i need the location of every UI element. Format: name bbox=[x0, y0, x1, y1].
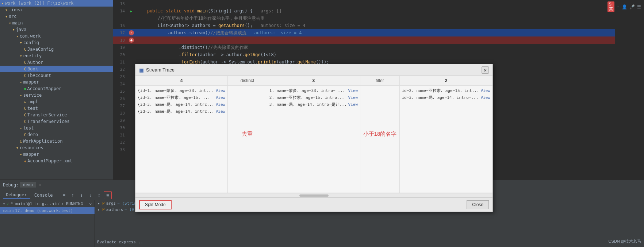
stream-col-3: 3 1, name=蒙多, age=33, intro=-... View 2,… bbox=[267, 76, 360, 193]
stream-item-text: 3, name=易, age=14, intro=是让... bbox=[269, 102, 347, 107]
stream-item-text: {id=1, name=蒙多, age=33, int... bbox=[138, 88, 213, 93]
tab-console[interactable]: Console bbox=[31, 192, 56, 198]
debug-btn-list[interactable]: ≡ bbox=[60, 191, 68, 199]
debug-btn-grid[interactable]: ⊞ bbox=[104, 191, 112, 199]
sidebar-item-accountmapper[interactable]: ● AccountMapper bbox=[0, 85, 113, 92]
view-link[interactable]: View bbox=[216, 95, 226, 100]
line-number: 27 bbox=[113, 104, 128, 108]
scrollbar-thumb[interactable] bbox=[299, 194, 329, 197]
stream-item[interactable]: {id=1, name=蒙多, age=33, int... View bbox=[136, 87, 227, 94]
sidebar-item-label: service bbox=[23, 93, 42, 98]
stream-item[interactable]: id=2, name=亚拉索, age=15, int... View bbox=[400, 87, 492, 94]
menu-icon[interactable]: ☰ bbox=[637, 4, 641, 9]
sidebar-item-label: config bbox=[23, 40, 39, 45]
stream-item[interactable]: 1, name=蒙多, age=33, intro=-... View bbox=[268, 87, 359, 94]
debug-frame-item[interactable]: main:17, demo (com.work.test) bbox=[0, 207, 95, 214]
sidebar-item-config[interactable]: ▾ config bbox=[0, 39, 113, 46]
stream-col-header-1: 4 bbox=[135, 76, 227, 86]
sidebar-item-comwork[interactable]: ▾ com.work bbox=[0, 33, 113, 39]
var-expand-icon[interactable]: ▸ bbox=[98, 208, 100, 212]
stream-item[interactable]: id=3, name=易, age=14, intro=... View bbox=[400, 94, 492, 101]
mic-icon[interactable]: 🎤 bbox=[629, 4, 635, 9]
frame-label: main:17, demo (com.work.test) bbox=[3, 208, 73, 213]
sidebar-item-mapper2[interactable]: ▾ mapper bbox=[0, 151, 113, 158]
view-link[interactable]: View bbox=[481, 88, 491, 93]
sidebar-item-workapplication[interactable]: C WorkApplication bbox=[0, 138, 113, 144]
view-link[interactable]: View bbox=[348, 88, 358, 93]
thread-expand-icon[interactable]: ▾ bbox=[3, 202, 5, 206]
stream-item[interactable]: {id=3, name=易, age=14, intrc... View bbox=[136, 108, 227, 115]
tab-close-icon[interactable]: ✕ bbox=[39, 183, 41, 187]
stream-item[interactable]: {id=2, name=亚拉索, age=15, ... View bbox=[136, 94, 227, 101]
folder-icon: ▾ bbox=[16, 34, 19, 39]
debug-btn-step-out[interactable]: ⇓ bbox=[86, 191, 94, 199]
stream-item-text: 2, name=亚拉索, age=15, intro... bbox=[269, 95, 344, 100]
view-link[interactable]: View bbox=[216, 102, 226, 107]
tab-debugger[interactable]: Debugger bbox=[3, 192, 30, 199]
right-icons-area: S英 · 👤 🎤 ☰ bbox=[615, 0, 644, 180]
sidebar-item-test-c[interactable]: C test bbox=[0, 105, 113, 112]
stream-trace-dialog[interactable]: ▣ Stream Trace ✕ 4 {id=1, name=蒙多, age=3… bbox=[135, 64, 493, 212]
sidebar-item-test-folder[interactable]: ▾ test bbox=[0, 125, 113, 131]
folder-icon: ▾ bbox=[20, 152, 22, 157]
sidebar-item-accountmapper-xml[interactable]: ◈ AccountMapper.xml bbox=[0, 158, 113, 164]
debug-btn-down[interactable]: ↓ bbox=[77, 191, 85, 199]
sidebar-item-label: AccountMapper bbox=[27, 86, 61, 91]
view-link[interactable]: View bbox=[481, 95, 491, 100]
var-name-authors: authors bbox=[106, 207, 123, 212]
sidebar-item-book[interactable]: C Book bbox=[0, 66, 113, 72]
sidebar-item-transferservices[interactable]: C TransferServices bbox=[0, 118, 113, 125]
debug-btn-resume[interactable]: ↕ bbox=[95, 191, 103, 199]
line-number: 30 bbox=[113, 126, 128, 130]
horizontal-scrollbar[interactable] bbox=[135, 193, 492, 197]
sidebar-item-root[interactable]: ▾ work [work (2)] F:\zz\work bbox=[0, 0, 113, 7]
sidebar-item-author[interactable]: C Author bbox=[0, 59, 113, 66]
stream-item[interactable]: 2, name=亚拉索, age=15, intro... View bbox=[268, 94, 359, 101]
folder-icon: ▾ bbox=[12, 27, 15, 32]
stream-item[interactable]: {id=3, name=易, age=14, intrc... View bbox=[136, 101, 227, 108]
sidebar-item-mapper[interactable]: ▾ mapper bbox=[0, 79, 113, 85]
folder-icon: ▾ bbox=[20, 93, 22, 98]
java-file-icon: C bbox=[24, 67, 26, 71]
java-file-icon: C bbox=[24, 120, 26, 124]
code-line-comment: //打印所有年龄小于18的作家的名字，并且要注意去重 bbox=[113, 15, 615, 22]
stream-col-count-1: 4 bbox=[180, 78, 183, 83]
sidebar-item-javaconfig[interactable]: C JavaConfig bbox=[0, 46, 113, 53]
stream-col-header-filter: filter bbox=[360, 76, 399, 86]
sidebar-item-label: resources bbox=[20, 145, 43, 150]
sidebar-item-tbaccount[interactable]: C TbAccount bbox=[0, 72, 113, 79]
sidebar-item-enetity[interactable]: ▾ enetity bbox=[0, 53, 113, 59]
code-line-20: 20 .filter(author -> author.getAge()<18) bbox=[113, 51, 615, 58]
sidebar-item-src[interactable]: ▾ src bbox=[0, 13, 113, 20]
folder-icon: ▾ bbox=[20, 40, 22, 45]
sidebar-item-impl[interactable]: ▸ impl bbox=[0, 99, 113, 105]
split-mode-button[interactable]: Split Mode bbox=[139, 200, 172, 209]
stream-col-1: 4 {id=1, name=蒙多, age=33, int... View {i… bbox=[135, 76, 228, 193]
stream-col-content-filter: 小于18的名字 bbox=[360, 86, 399, 193]
debug-btn-up[interactable]: ↑ bbox=[69, 191, 77, 199]
sidebar-item-idea[interactable]: ▾ .idea bbox=[0, 7, 113, 13]
evaluate-area: Evaluate express... bbox=[95, 237, 644, 247]
close-button[interactable]: Close bbox=[467, 200, 489, 209]
var-expand-icon[interactable]: ▸ bbox=[98, 201, 100, 205]
sidebar-item-label: Book bbox=[27, 66, 38, 72]
stream-item[interactable]: 3, name=易, age=14, intro=是让... View bbox=[268, 101, 359, 108]
folder-icon: ▾ bbox=[9, 21, 11, 26]
breakpoint-icon: ● bbox=[129, 38, 134, 43]
line-content: public static void main(String[] args) {… bbox=[135, 8, 615, 13]
filter-icon[interactable]: ▽ bbox=[89, 201, 92, 206]
sidebar-item-java[interactable]: ▾ java bbox=[0, 26, 113, 33]
sidebar-item-service[interactable]: ▾ service bbox=[0, 92, 113, 99]
sidebar-item-transferservice[interactable]: C TransferService bbox=[0, 112, 113, 118]
debug-tab-name[interactable]: demo bbox=[20, 182, 36, 188]
view-link[interactable]: View bbox=[348, 95, 358, 100]
user-icon[interactable]: 👤 bbox=[622, 4, 627, 9]
sidebar-item-demo[interactable]: C demo bbox=[0, 131, 113, 138]
view-link[interactable]: View bbox=[216, 109, 226, 114]
view-link[interactable]: View bbox=[216, 88, 226, 93]
folder-icon: ▾ bbox=[20, 126, 22, 131]
sidebar-item-main[interactable]: ▾ main bbox=[0, 20, 113, 26]
dialog-close-button[interactable]: ✕ bbox=[482, 66, 489, 74]
sidebar-item-resources[interactable]: ▾ resources bbox=[0, 144, 113, 151]
view-link[interactable]: View bbox=[348, 102, 358, 107]
